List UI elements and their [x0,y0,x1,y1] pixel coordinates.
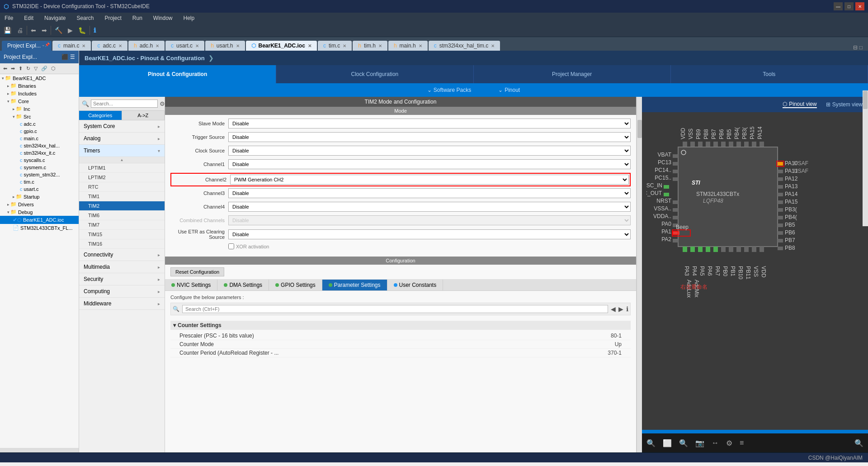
form-select-use-etr[interactable]: Disable [228,229,631,239]
tree-item-includes[interactable]: ▸ 📁 Includes [0,90,79,97]
list-button[interactable]: ≡ [740,439,744,447]
left-col-subitem-tim7[interactable]: TIM7 [79,220,165,230]
tree-item-gpio-c[interactable]: c gpio.c [0,128,79,135]
timer-scroll-up[interactable]: ▲ [79,157,165,163]
tree-item-startup[interactable]: ▸ 📁 Startup [0,193,79,200]
left-col-tab-az[interactable]: A->Z [122,111,165,120]
params-next-button[interactable]: ▶ [618,305,623,313]
tab-close-icon[interactable]: ✕ [491,43,495,48]
tab-close-icon[interactable]: ✕ [236,43,240,48]
panel-toolbar-menu[interactable]: ⬡ [50,65,57,72]
left-col-subitem-rtc[interactable]: RTC [79,182,165,192]
menu-help[interactable]: Help [181,14,198,22]
resize-button[interactable]: ↔ [712,439,719,447]
settings-button[interactable]: ⚙ [726,439,732,447]
form-select-channel1[interactable]: Disable [228,159,631,169]
toolbar-print[interactable]: 🖨 [15,26,25,35]
search-button[interactable]: 🔍 [854,439,863,447]
counter-section-title[interactable]: ▾ Counter Settings [170,321,631,330]
form-select-channel4[interactable]: Disable [228,202,631,212]
panel-toolbar-filter[interactable]: ▽ [33,65,39,72]
panel-toolbar-up[interactable]: ⬆ [17,65,24,72]
tab-adc-h[interactable]: h adc.h ✕ [128,41,165,51]
tab-main-c[interactable]: c main.c ✕ [52,41,91,51]
form-select-trigger-source[interactable]: Disable [228,132,631,142]
tab-close-icon[interactable]: ✕ [156,43,159,48]
tab-close-icon[interactable]: ✕ [419,43,422,48]
tree-item-stm32it[interactable]: c stm32l4xx_it.c [0,149,79,157]
tab-clock-configuration[interactable]: Clock Configuration [276,65,473,83]
mid-vscroll[interactable] [637,97,642,452]
tree-item-sysmem[interactable]: c sysmem.c [0,164,79,171]
tab-close-icon[interactable]: ✕ [195,43,199,48]
tree-item-core[interactable]: ▾ 📁 Core [0,97,79,105]
tab-close-icon[interactable]: ✕ [308,43,311,48]
screenshot-button[interactable]: 📷 [695,439,704,447]
panel-toolbar-back[interactable]: ⬅ [2,65,9,72]
tab-close-icon[interactable]: ✕ [118,43,122,48]
tree-item-stm32hal[interactable]: c stm32l4xx_hal... [0,142,79,149]
counter-value-prescaler[interactable]: 80-1 [594,333,622,339]
tree-item-usart-c[interactable]: c usart.c [0,185,79,193]
category-search-settings[interactable]: ⚙ [160,100,165,107]
left-col-item-timers[interactable]: Timers ▾ [79,145,165,157]
panel-toolbar-forward[interactable]: ➡ [9,65,16,72]
left-col-subitem-tim2[interactable]: TIM2 [79,201,165,211]
right-vscroll[interactable] [863,97,868,226]
toolbar-save[interactable]: 💾 [2,26,13,35]
maximize-button[interactable]: □ [844,2,854,10]
params-info-button[interactable]: ℹ [626,305,628,313]
left-col-tab-categories[interactable]: Categories [79,111,122,120]
form-select-channel3[interactable]: Disable [228,188,631,198]
tab-adc-c[interactable]: c adc.c ✕ [92,41,127,51]
xor-checkbox[interactable] [228,243,234,249]
tree-item-stm32ldescriptor[interactable]: 📄 STM32L433CBTx_FL... [0,224,79,232]
left-col-subitem-tim16[interactable]: TIM16 [79,239,165,249]
form-select-clock-source[interactable]: Disable [228,146,631,156]
menu-project[interactable]: Project [102,14,124,22]
left-col-subitem-tim15[interactable]: TIM15 [79,230,165,239]
category-search-input[interactable] [91,100,158,108]
fit-button[interactable]: ⬜ [663,439,672,447]
tab-usart-h[interactable]: h usart.h ✕ [205,41,245,51]
menu-window[interactable]: Window [151,14,175,22]
toolbar-info[interactable]: ℹ [92,26,98,35]
config-tab-parameter[interactable]: Parameter Settings [322,280,387,290]
tab-tim-h[interactable]: h tim.h ✕ [353,41,387,51]
tree-item-bearke1adc[interactable]: ▾ 📁 BearKE1_ADC [0,74,79,82]
panel-menu-icon[interactable]: ☰ [70,54,75,60]
tab-tools[interactable]: Tools [671,65,868,83]
panel-toolbar-refresh[interactable]: ↻ [25,65,32,72]
tab-pinout-configuration[interactable]: Pinout & Configuration [79,65,276,83]
toolbar-back[interactable]: ⬅ [29,26,38,35]
left-col-subitem-tim6[interactable]: TIM6 [79,211,165,220]
menu-run[interactable]: Run [130,14,145,22]
left-col-item-security[interactable]: Security ▸ [79,273,165,285]
sub-tab-pinout[interactable]: ⌄ Pinout [498,87,520,93]
collapse-icon[interactable]: ⬛ [61,54,68,60]
tab-main-h[interactable]: h main.h ✕ [388,41,428,51]
tree-item-binaries[interactable]: ▸ 📁 Binaries [0,82,79,90]
left-col-item-multimedia[interactable]: Multimedia ▸ [79,261,165,273]
tree-item-systemstm32[interactable]: c system_stm32... [0,171,79,178]
tab-project-manager[interactable]: Project Manager [474,65,671,83]
tab-stm32hal-tim-c[interactable]: c stm32l4xx_hal_tim.c ✕ [429,41,500,51]
menu-search[interactable]: Search [74,14,96,22]
zoom-out-button[interactable]: 🔍 [679,439,688,447]
toolbar-debug[interactable]: 🐛 [76,26,88,35]
tree-item-main-c[interactable]: c main.c [0,135,79,142]
toolbar-build[interactable]: 🔨 [53,26,64,35]
tree-item-tim-c[interactable]: c tim.c [0,178,79,185]
tree-item-bearke1-ioc[interactable]: ✔ ⬡ BearKE1_ADC.ioc [0,216,79,224]
left-col-subitem-lptim2[interactable]: LPTIM2 [79,173,165,182]
toolbar-forward[interactable]: ➡ [40,26,49,35]
tree-item-debug[interactable]: ▾ 📁 Debug [0,208,79,216]
left-col-item-connectivity[interactable]: Connectivity ▸ [79,249,165,261]
left-col-item-analog[interactable]: Analog ▸ [79,133,165,145]
reset-configuration-button[interactable]: Reset Configuration [170,267,224,276]
menu-edit[interactable]: Edit [21,14,36,22]
zoom-in-button[interactable]: 🔍 [646,439,656,447]
menu-navigate[interactable]: Navigate [42,14,68,22]
tab-project-explorer[interactable]: Project Expl... 📌 ⌄ [2,41,52,51]
counter-value-period[interactable]: 370-1 [594,350,622,356]
